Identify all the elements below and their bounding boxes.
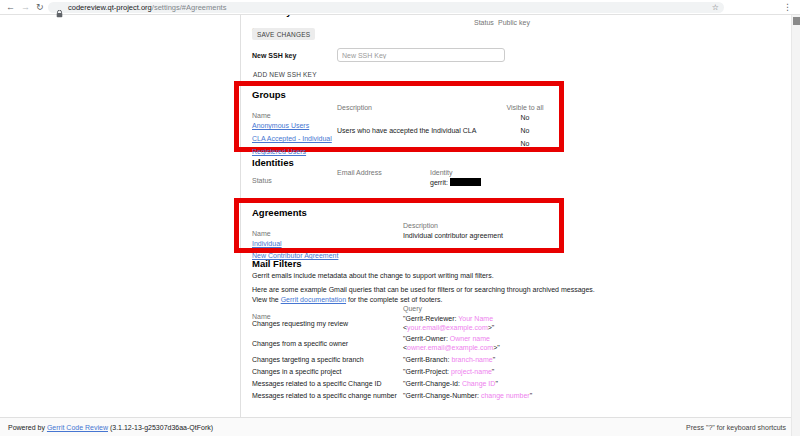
group-description: Users who have accepted the Individual C… bbox=[337, 127, 476, 134]
mail-filter-name: Changes requesting my review bbox=[252, 320, 403, 327]
keyboard-shortcuts-hint: Press "?" for keyboard shortcuts bbox=[686, 424, 786, 431]
group-row: CLA Accepted - Individual Users who have… bbox=[252, 127, 555, 140]
mail-filter-query: "Gerrit-Change-Id: Change ID" bbox=[403, 379, 498, 388]
mail-filter-row: Messages related to a specific Change ID… bbox=[252, 378, 672, 388]
mail-filter-row: Changes requesting my review "Gerrit-Rev… bbox=[252, 314, 672, 332]
mail-filter-query: "Gerrit-Owner: Owner name <owner.email@e… bbox=[403, 334, 500, 352]
column-status: Status bbox=[252, 177, 272, 184]
intro2-pre: View the bbox=[252, 296, 281, 303]
add-new-ssh-key-button[interactable]: ADD NEW SSH KEY bbox=[253, 69, 317, 80]
group-row: Registered Users No bbox=[252, 140, 555, 153]
identities-title: Identities bbox=[252, 157, 294, 168]
column-visible-to-all: Visible to all bbox=[505, 104, 545, 111]
new-ssh-key-input[interactable] bbox=[337, 48, 505, 62]
group-link[interactable]: Registered Users bbox=[252, 148, 306, 155]
mail-filter-name: Changes in a specific project bbox=[252, 368, 403, 375]
back-icon[interactable]: ← bbox=[6, 1, 15, 13]
bookmark-star-icon[interactable]: ☆ bbox=[712, 2, 719, 13]
mail-filter-row: Changes in a specific project "Gerrit-Pr… bbox=[252, 366, 672, 376]
agreement-description: Individual contributor agreement bbox=[403, 232, 503, 239]
mail-filter-row: Messages related to a specific change nu… bbox=[252, 390, 672, 400]
gerrit-code-review-link[interactable]: Gerrit Code Review bbox=[47, 424, 108, 431]
mail-filter-query: "Gerrit-Reviewer: Your Name <your.email@… bbox=[403, 314, 494, 332]
mail-filter-query: "Gerrit-Project: project-name" bbox=[403, 367, 494, 376]
url-host: codereview.qt-project.org bbox=[68, 3, 152, 12]
gerrit-documentation-link[interactable]: Gerrit documentation bbox=[281, 296, 346, 303]
identities-table-header: Status Email Address Identity bbox=[252, 169, 552, 187]
scrollbar[interactable] bbox=[791, 15, 800, 436]
agreements-table-header: Name Description bbox=[252, 222, 555, 232]
highlight-box-groups: Groups Name Description Visible to all A… bbox=[234, 81, 564, 152]
identity-row: gerrit: bbox=[430, 178, 481, 186]
scrollbar-thumb[interactable] bbox=[793, 17, 800, 25]
group-visible: No bbox=[505, 127, 545, 134]
redacted-identity-value bbox=[450, 178, 481, 186]
column-email-address: Email Address bbox=[337, 169, 382, 176]
intro2-post: for the complete set of footers. bbox=[346, 296, 443, 303]
group-visible: No bbox=[505, 114, 545, 121]
column-description: Description bbox=[337, 104, 372, 111]
identity-prefix: gerrit: bbox=[430, 179, 448, 186]
mail-filters-title: Mail Filters bbox=[252, 258, 302, 269]
column-description: Description bbox=[403, 222, 438, 229]
agreements-title: Agreements bbox=[252, 207, 555, 218]
mail-filter-row: Changes from a specific owner "Gerrit-Ow… bbox=[252, 334, 672, 352]
browser-toolbar: ← → ↻ codereview.qt-project.org/settings… bbox=[0, 0, 800, 15]
column-public-key: Public key bbox=[498, 19, 530, 26]
address-bar[interactable]: codereview.qt-project.org/settings/#Agre… bbox=[48, 2, 724, 13]
version-text: (3.1.12-13-g25307d36aa-QtFork) bbox=[108, 424, 213, 431]
group-row: Anonymous Users No bbox=[252, 114, 555, 127]
mail-filter-query: "Gerrit-Branch: branch-name" bbox=[403, 355, 495, 364]
padlock-icon[interactable] bbox=[56, 4, 63, 22]
new-ssh-key-label: New SSH key bbox=[252, 52, 296, 59]
group-visible: No bbox=[505, 140, 545, 147]
mail-filter-name: Changes targeting a specific branch bbox=[252, 356, 403, 363]
mail-filter-name: Changes from a specific owner bbox=[252, 340, 403, 347]
groups-table-header: Name Description Visible to all bbox=[252, 104, 555, 114]
highlight-box-agreements: Agreements Name Description Individual I… bbox=[234, 198, 564, 253]
mail-filter-name: Messages related to a specific change nu… bbox=[252, 392, 403, 399]
url-text: codereview.qt-project.org/settings/#Agre… bbox=[68, 3, 226, 12]
browser-menu-icon[interactable]: ⋮ bbox=[783, 1, 792, 13]
page-footer: Powered by Gerrit Code Review (3.1.12-13… bbox=[0, 417, 800, 436]
forward-icon[interactable]: → bbox=[21, 1, 30, 13]
agreement-row: New Contributor Agreement bbox=[252, 244, 555, 256]
column-status: Status bbox=[474, 19, 494, 26]
url-path: /settings/#Agreements bbox=[152, 3, 227, 12]
mail-filters-intro: Gerrit emails include metadata about the… bbox=[252, 271, 494, 281]
column-identity: Identity bbox=[430, 169, 453, 176]
mail-filter-query: "Gerrit-Change-Number: change number" bbox=[403, 391, 532, 400]
mail-filter-name: Messages related to a specific Change ID bbox=[252, 380, 403, 387]
mail-filter-row: Changes targeting a specific branch "Ger… bbox=[252, 354, 672, 364]
column-query: Query bbox=[403, 305, 422, 312]
reload-icon[interactable]: ↻ bbox=[36, 1, 44, 13]
settings-sidebar bbox=[0, 15, 241, 417]
groups-title: Groups bbox=[252, 89, 555, 100]
save-changes-button[interactable]: SAVE CHANGES bbox=[252, 28, 315, 40]
powered-pre: Powered by bbox=[8, 424, 47, 431]
mail-filters-intro2: Here are some example Gmail queries that… bbox=[252, 285, 595, 304]
agreement-row: Individual Individual contributor agreem… bbox=[252, 232, 555, 244]
intro2-line1: Here are some example Gmail queries that… bbox=[252, 286, 595, 293]
powered-by: Powered by Gerrit Code Review (3.1.12-13… bbox=[8, 424, 213, 431]
